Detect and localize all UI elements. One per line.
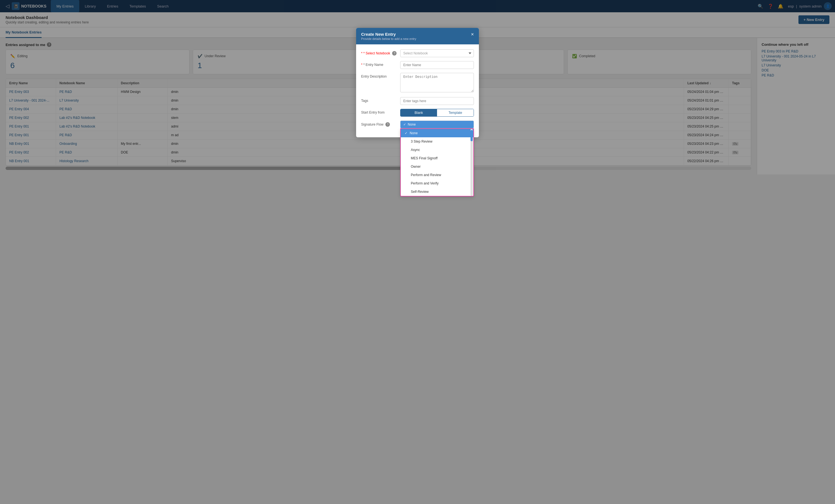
check-none: ✓ <box>405 131 407 135</box>
dropdown-scrollbar-thumb[interactable] <box>470 130 473 141</box>
start-from-label: Start Entry from <box>361 109 398 115</box>
dropdown-item-3step[interactable]: 3 Step Review <box>401 137 473 146</box>
signature-help-icon[interactable]: ? <box>385 122 390 127</box>
check-placeholder-4 <box>405 165 409 168</box>
signature-label: Signature Flow ? <box>361 121 398 127</box>
toggle-buttons: Blank Template <box>400 109 474 117</box>
option-async-label: Async <box>411 148 420 152</box>
check-placeholder-3 <box>405 156 409 160</box>
dropdown-item-async[interactable]: Async <box>401 146 473 154</box>
template-button[interactable]: Template <box>437 109 474 116</box>
create-new-entry-modal: Create New Entry Provide details below t… <box>356 28 479 137</box>
blank-button[interactable]: Blank <box>401 109 437 116</box>
form-row-description: Entry Description <box>361 73 474 93</box>
modal-header: Create New Entry Provide details below t… <box>356 28 479 44</box>
option-perform-review-label: Perform and Review <box>411 173 441 175</box>
start-from-control: Blank Template <box>400 109 474 117</box>
check-placeholder-5 <box>405 173 409 175</box>
option-mes-label: MES Final Signoff <box>411 156 437 160</box>
notebook-label: * * Select Notebook ? <box>361 49 398 56</box>
description-textarea[interactable] <box>400 73 474 93</box>
tags-control <box>400 97 474 105</box>
description-label: Entry Description <box>361 73 398 78</box>
notebook-required: * <box>361 51 363 55</box>
option-3step-label: 3 Step Review <box>411 140 432 143</box>
dropdown-item-mes[interactable]: MES Final Signoff <box>401 154 473 162</box>
selected-value: None <box>408 122 416 126</box>
modal-header-text: Create New Entry Provide details below t… <box>361 32 416 40</box>
description-control <box>400 73 474 93</box>
notebook-select[interactable]: Select Notebook <box>400 49 474 57</box>
check-placeholder-2 <box>405 148 409 152</box>
check-placeholder-1 <box>405 140 409 143</box>
tags-input[interactable] <box>400 97 474 105</box>
notebook-help-icon[interactable]: ? <box>392 51 396 56</box>
dropdown-item-owner[interactable]: Owner <box>401 162 473 171</box>
signature-flow-control: ✓ None ✓ None 3 Step Review <box>400 121 474 128</box>
tags-label: Tags <box>361 97 398 103</box>
option-owner-label: Owner <box>411 165 421 168</box>
form-row-notebook: * * Select Notebook ? Select Notebook <box>361 49 474 57</box>
form-row-tags: Tags <box>361 97 474 105</box>
check-icon: ✓ <box>403 122 406 126</box>
modal-close-button[interactable]: × <box>471 32 474 37</box>
entry-name-control <box>400 61 474 69</box>
signature-dropdown-selected[interactable]: ✓ None <box>400 121 474 128</box>
modal-body: * * Select Notebook ? Select Notebook * … <box>356 44 479 137</box>
entry-name-label: * * Entry Name <box>361 61 398 67</box>
modal-overlay: Create New Entry Provide details below t… <box>0 0 835 175</box>
form-row-entry-name: * * Entry Name <box>361 61 474 69</box>
notebook-select-wrapper: Select Notebook <box>400 49 474 57</box>
option-none-label: None <box>410 131 418 135</box>
form-row-signature: Signature Flow ? ✓ None ✓ None <box>361 121 474 128</box>
dropdown-scrollbar[interactable] <box>470 129 473 175</box>
entry-name-input[interactable] <box>400 61 474 69</box>
signature-dropdown-list[interactable]: ✓ None 3 Step Review Async <box>400 128 474 175</box>
modal-title: Create New Entry <box>361 32 416 37</box>
dropdown-item-none[interactable]: ✓ None <box>401 129 473 137</box>
form-row-start-from: Start Entry from Blank Template <box>361 109 474 117</box>
modal-subtitle: Provide details below to add a new entry <box>361 37 416 40</box>
dropdown-item-perform-review[interactable]: Perform and Review <box>401 171 473 175</box>
